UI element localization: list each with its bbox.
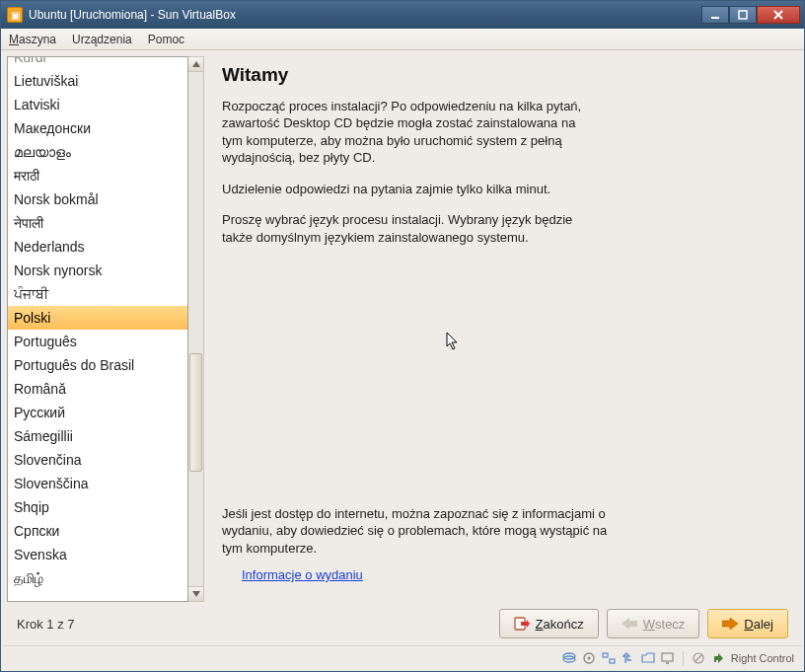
language-item[interactable]: Polski [8,306,187,330]
language-item[interactable]: മലയാളം [8,140,187,164]
language-item[interactable]: ਪੰਜਾਬੀ [8,282,187,306]
intro-paragraph-2: Udzielenie odpowiedzi na pytania zajmie … [222,181,587,198]
menubar: Maszyna Urządzenia Pomoc [1,29,804,50]
quit-icon [514,616,530,632]
svg-marker-4 [192,61,200,67]
language-item[interactable]: Русский [8,401,187,424]
svg-point-13 [587,656,590,659]
hard-disk-icon[interactable] [562,651,576,665]
language-item[interactable]: Shqip [8,495,187,519]
svg-rect-1 [739,11,747,19]
language-item[interactable]: Norsk nynorsk [8,259,187,282]
release-notes-link[interactable]: Informacje o wydaniu [242,566,788,584]
language-item[interactable]: Македонски [8,116,187,140]
vm-window: ▣ Ubuntu [Uruchomiona] - Sun VirtualBox … [0,0,805,672]
window-title: Ubuntu [Uruchomiona] - Sun VirtualBox [29,8,701,22]
close-button[interactable] [757,6,800,24]
language-item[interactable]: Slovenčina [8,448,187,472]
intro-paragraph-1: Rozpocząć proces instalacji? Po odpowied… [222,98,587,167]
guest-display: KurdiLietuviškaiLatviskiМакедонскиമലയാളം… [1,50,804,671]
language-item[interactable]: Slovenščina [8,472,187,495]
language-item[interactable]: Nederlands [8,235,187,259]
minimize-button[interactable] [701,6,729,24]
next-arrow-icon [722,616,738,632]
language-item[interactable]: Sámegillii [8,424,187,448]
menu-machine[interactable]: Maszyna [9,33,56,46]
intro-paragraph-3: Proszę wybrać język procesu instalacji. … [222,211,587,246]
usb-icon[interactable] [622,651,635,665]
scrollbar-up-button[interactable] [188,57,203,72]
app-icon: ▣ [7,7,23,23]
host-key-label: Right Control [731,652,794,664]
menu-devices[interactable]: Urządzenia [72,33,132,46]
svg-rect-14 [603,653,608,657]
svg-line-19 [695,655,701,661]
page-heading: Witamy [222,62,788,88]
language-item[interactable]: Latviski [8,93,187,116]
language-column: KurdiLietuviškaiLatviskiМакедонскиമലയാളം… [7,56,204,602]
language-item[interactable]: தமிழ் [8,566,187,590]
network-icon[interactable] [602,651,616,665]
language-item[interactable]: Norsk bokmål [8,187,187,211]
next-button[interactable]: Dalej [707,609,788,638]
display-icon[interactable] [661,651,675,665]
language-item[interactable]: Português [8,330,187,353]
menu-help[interactable]: Pomoc [148,33,184,46]
step-label: Krok 1 z 7 [17,617,491,632]
svg-marker-9 [722,618,738,630]
wizard-button-row: Krok 1 z 7 Zakończ Wstecz Dalej [3,602,802,645]
quit-button[interactable]: Zakończ [499,609,599,638]
svg-marker-20 [714,653,723,663]
back-arrow-icon [622,616,637,632]
maximize-button[interactable] [729,6,757,24]
scrollbar-down-button[interactable] [188,586,203,601]
language-item[interactable]: नेपाली [8,211,187,235]
language-item[interactable]: Српски [8,519,187,543]
optical-disc-icon[interactable] [582,651,596,665]
vm-statusbar: Right Control [3,645,802,669]
language-item[interactable]: Lietuviškai [8,69,187,93]
titlebar[interactable]: ▣ Ubuntu [Uruchomiona] - Sun VirtualBox [1,1,804,29]
welcome-text-column: Witamy Rozpocząć proces instalacji? Po o… [208,56,798,602]
back-button[interactable]: Wstecz [607,609,700,638]
host-key-arrow-icon [711,651,725,665]
mouse-integration-icon[interactable] [692,651,705,665]
svg-marker-5 [192,591,200,597]
scrollbar-thumb[interactable] [189,353,202,472]
svg-rect-15 [610,659,615,663]
language-listbox[interactable]: KurdiLietuviškaiLatviskiМакедонскиമലയാളം… [7,56,188,602]
language-item[interactable]: Română [8,377,187,401]
svg-marker-8 [622,618,637,630]
language-item[interactable]: Kurdi [8,56,187,69]
shared-folders-icon[interactable] [641,651,655,665]
language-scrollbar[interactable] [188,56,204,602]
language-item[interactable]: Svenska [8,543,187,566]
language-item[interactable]: मराठी [8,164,187,187]
release-info-text: Jeśli jest dostęp do internetu, można za… [222,505,617,558]
installer-pane: KurdiLietuviškaiLatviskiМакедонскиമലയാളം… [3,52,802,602]
svg-rect-16 [662,653,673,661]
language-item[interactable]: Português do Brasil [8,353,187,377]
